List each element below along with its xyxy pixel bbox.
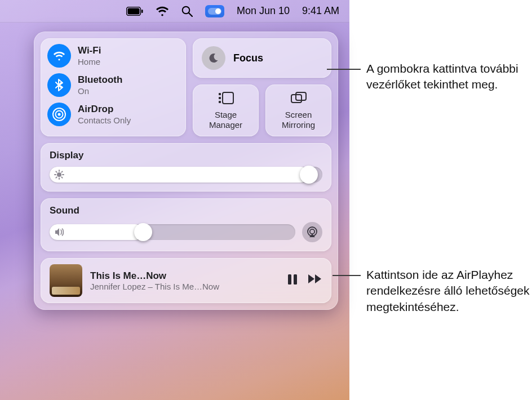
desktop-background: Mon Jun 10 9:41 AM Wi-Fi Home xyxy=(0,0,349,400)
now-playing-title: This Is Me…Now xyxy=(90,270,219,282)
sound-label: Sound xyxy=(50,205,322,216)
bluetooth-icon xyxy=(47,73,71,97)
next-track-button[interactable] xyxy=(308,274,322,287)
airdrop-title: AirDrop xyxy=(78,104,131,115)
screen-mirroring-button[interactable]: Screen Mirroring xyxy=(265,85,331,136)
svg-point-24 xyxy=(310,229,314,234)
callout-text-1: A gombokra kattintva további vezérlőket … xyxy=(366,61,530,93)
stage-manager-icon xyxy=(218,91,234,106)
menu-time[interactable]: 9:41 AM xyxy=(302,5,339,17)
stage-manager-label: Stage Manager xyxy=(209,110,242,130)
wifi-subtitle: Home xyxy=(78,57,101,66)
now-playing-subtitle: Jennifer Lopez – This Is Me…Now xyxy=(90,282,219,291)
menu-bar: Mon Jun 10 9:41 AM xyxy=(0,0,349,23)
focus-button[interactable]: Focus xyxy=(193,38,331,78)
callout-text-2: Kattintson ide az AirPlayhez rendelkezés… xyxy=(366,267,530,315)
svg-rect-1 xyxy=(127,8,139,14)
svg-line-21 xyxy=(56,177,56,177)
svg-line-22 xyxy=(61,171,62,172)
control-center-panel: Wi-Fi Home Bluetooth On xyxy=(34,32,338,310)
wifi-menu-icon[interactable] xyxy=(156,6,169,16)
menu-date[interactable]: Mon Jun 10 xyxy=(237,5,290,17)
album-art xyxy=(50,264,82,297)
display-card: Display xyxy=(41,143,331,192)
display-label: Display xyxy=(50,150,322,161)
battery-icon[interactable] xyxy=(126,7,143,16)
now-playing-card[interactable]: This Is Me…Now Jennifer Lopez – This Is … xyxy=(41,258,331,303)
airplay-audio-button[interactable] xyxy=(302,222,322,242)
bluetooth-toggle[interactable]: Bluetooth On xyxy=(47,73,179,97)
wifi-toggle[interactable]: Wi-Fi Home xyxy=(47,44,179,68)
airdrop-icon xyxy=(47,103,71,126)
pause-button[interactable] xyxy=(287,274,298,287)
control-center-menu-icon[interactable] xyxy=(205,5,224,17)
airdrop-toggle[interactable]: AirDrop Contacts Only xyxy=(47,103,179,126)
display-slider[interactable] xyxy=(50,167,322,183)
svg-rect-25 xyxy=(288,274,291,285)
stage-manager-button[interactable]: Stage Manager xyxy=(193,85,259,136)
wifi-icon xyxy=(47,44,71,68)
svg-rect-26 xyxy=(294,274,297,285)
airdrop-subtitle: Contacts Only xyxy=(78,115,131,125)
svg-rect-10 xyxy=(219,97,221,99)
callout-line-1 xyxy=(327,69,361,70)
focus-title: Focus xyxy=(233,52,263,64)
screen-mirroring-icon xyxy=(290,91,307,106)
svg-rect-8 xyxy=(223,92,233,104)
bluetooth-title: Bluetooth xyxy=(78,74,122,86)
svg-line-19 xyxy=(56,171,56,172)
svg-rect-11 xyxy=(219,101,221,103)
wifi-title: Wi-Fi xyxy=(78,45,101,56)
moon-icon xyxy=(202,46,225,70)
airplay-icon xyxy=(306,226,318,238)
sound-slider[interactable] xyxy=(50,224,295,240)
callout-line-2 xyxy=(333,275,361,276)
svg-point-14 xyxy=(57,172,61,177)
svg-line-4 xyxy=(189,13,192,16)
svg-point-7 xyxy=(58,113,61,116)
screen-mirroring-label: Screen Mirroring xyxy=(282,110,315,130)
spotlight-icon[interactable] xyxy=(181,6,193,17)
bluetooth-subtitle: On xyxy=(78,86,122,96)
svg-rect-9 xyxy=(219,93,221,95)
svg-rect-2 xyxy=(141,10,143,13)
sound-card: Sound xyxy=(41,198,331,251)
connectivity-card: Wi-Fi Home Bluetooth On xyxy=(41,38,186,136)
svg-line-20 xyxy=(61,177,62,177)
